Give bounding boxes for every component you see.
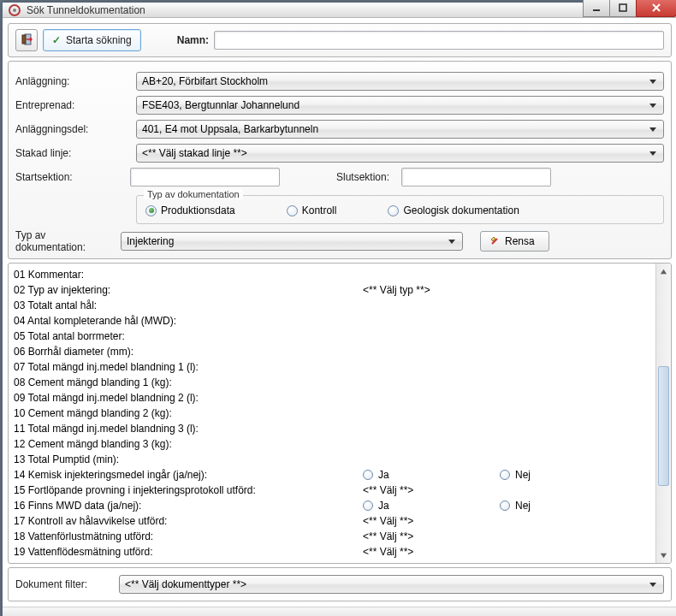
- option-nej-label: Nej: [515, 500, 531, 512]
- list-row: 16 Finns MWD data (ja/nej):JaNej: [14, 498, 650, 513]
- typ-dok-select[interactable]: Injektering: [121, 232, 463, 251]
- list-row-placeholder[interactable]: <** Välj **>: [363, 530, 413, 542]
- stakad-linje-select[interactable]: <** Välj stakad linje **>: [136, 144, 664, 163]
- radio-icon[interactable]: [363, 470, 373, 480]
- window-root: Sök Tunneldokumentation ✓ Starta sökning: [2, 2, 676, 616]
- list-row: 13 Total Pumptid (min):: [14, 452, 650, 467]
- scroll-thumb[interactable]: [658, 366, 669, 486]
- stakad-linje-label: Stakad linje:: [15, 147, 131, 159]
- list-row-col3: Nej: [500, 469, 620, 481]
- list-row-col2: <** Välj **>: [363, 530, 500, 542]
- list-row-label: 16 Finns MWD data (ja/nej):: [14, 500, 363, 512]
- scrollbar[interactable]: [655, 264, 671, 563]
- radio-geologisk-label: Geologisk dokumentation: [403, 204, 519, 216]
- exit-button[interactable]: [15, 29, 38, 51]
- list-row: 09 Total mängd inj.medel blandning 2 (l)…: [14, 390, 650, 406]
- list-row-label: 15 Fortlöpande provning i injekteringspr…: [14, 484, 363, 496]
- app-icon: [8, 3, 21, 17]
- list-row-label: 06 Borrhål diameter (mm):: [14, 346, 363, 358]
- dokument-filter-label: Dokument filter:: [15, 578, 114, 590]
- svg-rect-3: [620, 4, 626, 11]
- startsektion-label: Startsektion:: [15, 171, 125, 183]
- list-row-label: 05 Total antal borrmeter:: [14, 330, 363, 342]
- typ-dok-value: Injektering: [127, 235, 174, 247]
- option-ja-label: Ja: [378, 500, 389, 512]
- list-row: 04 Antal kompleterande hål (MWD):: [14, 313, 650, 329]
- list-row-label: 12 Cement mängd blanding 3 (kg):: [14, 438, 363, 450]
- list-row-placeholder[interactable]: <** Välj **>: [363, 515, 413, 527]
- list-row-label: 03 Totalt antal hål:: [14, 299, 363, 311]
- list-row: 07 Total mängd inj.medel blandning 1 (l)…: [14, 359, 650, 375]
- radio-produktionsdata[interactable]: Produktionsdata: [145, 204, 235, 216]
- list-row-placeholder[interactable]: <** Välj **>: [363, 484, 413, 496]
- radio-icon[interactable]: [363, 500, 373, 511]
- name-input[interactable]: [214, 31, 664, 50]
- toolbar-panel: ✓ Starta sökning Namn:: [8, 23, 672, 57]
- rensa-label: Rensa: [505, 235, 535, 247]
- list-row: 12 Cement mängd blanding 3 (kg):: [14, 436, 650, 452]
- dokument-filter-value: <** Välj dokumenttyper **>: [125, 578, 246, 590]
- list-row-col2: <** Välj **>: [363, 515, 500, 527]
- svg-rect-2: [593, 9, 600, 11]
- window-title: Sök Tunneldokumentation: [27, 4, 584, 16]
- list-row-label: 18 Vattenförlustmätning utförd:: [14, 530, 363, 542]
- list-row: 03 Totalt antal hål:: [14, 298, 650, 313]
- name-label: Namn:: [177, 34, 209, 46]
- slutsektion-label: Slutsektion:: [336, 171, 389, 183]
- list-row: 14 Kemisk injekteringsmedel ingår (ja/ne…: [14, 467, 650, 483]
- dokument-filter-select[interactable]: <** Välj dokumenttyper **>: [119, 575, 664, 594]
- list-row-label: 10 Cement mängd blanding 2 (kg):: [14, 407, 363, 419]
- list-row-label: 11 Total mängd inj.medel blandning 3 (l)…: [14, 423, 363, 435]
- parameter-list: 01 Kommentar:02 Typ av injektering:<** V…: [8, 263, 672, 564]
- rensa-button[interactable]: Rensa: [480, 231, 549, 252]
- filters-panel: Anläggning: AB+20, Förbifart Stockholm E…: [8, 61, 672, 259]
- list-row-placeholder[interactable]: <** Välj **>: [363, 546, 413, 558]
- anlaggning-select[interactable]: AB+20, Förbifart Stockholm: [136, 72, 664, 91]
- titlebar: Sök Tunneldokumentation: [3, 3, 676, 18]
- stakad-linje-value: <** Välj stakad linje **>: [142, 147, 247, 159]
- list-row: 19 Vattenflödesmätning utförd:<** Välj *…: [14, 544, 650, 560]
- list-row: 06 Borrhål diameter (mm):: [14, 344, 650, 359]
- radio-dot-icon: [287, 205, 298, 216]
- typ-dok-label: Typ av dokumentation:: [15, 229, 116, 253]
- entreprenad-value: FSE403, Bergtunnlar Johannelund: [142, 99, 299, 111]
- list-row-label: 08 Cement mängd blanding 1 (kg):: [14, 376, 363, 388]
- list-row: 02 Typ av injektering:<** Välj typ **>: [14, 282, 650, 298]
- doktype-legend: Typ av dokumentation: [144, 189, 243, 199]
- scroll-down-button[interactable]: [656, 548, 671, 563]
- radio-kontroll-label: Kontroll: [302, 204, 337, 216]
- radio-prod-label: Produktionsdata: [161, 204, 235, 216]
- list-row: 08 Cement mängd blanding 1 (kg):: [14, 375, 650, 390]
- list-row-label: 02 Typ av injektering:: [14, 284, 363, 296]
- radio-geologisk[interactable]: Geologisk dokumentation: [388, 204, 519, 216]
- list-row-col2: <** Välj **>: [363, 484, 500, 496]
- startsektion-input[interactable]: [130, 168, 280, 187]
- list-row: 18 Vattenförlustmätning utförd:<** Välj …: [14, 529, 650, 544]
- anlaggningsdel-select[interactable]: 401, E4 mot Uppsala, Barkarbytunneln: [136, 120, 664, 139]
- radio-dot-icon: [388, 205, 399, 216]
- list-row: 17 Kontroll av hålavvikelse utförd:<** V…: [14, 513, 650, 529]
- entreprenad-select[interactable]: FSE403, Bergtunnlar Johannelund: [136, 96, 664, 115]
- radio-icon[interactable]: [500, 500, 510, 511]
- close-button[interactable]: [636, 0, 676, 17]
- clear-icon: [489, 236, 500, 246]
- list-row-label: 14 Kemisk injekteringsmedel ingår (ja/ne…: [14, 469, 363, 481]
- anlaggning-label: Anläggning:: [15, 75, 131, 87]
- slutsektion-input[interactable]: [401, 168, 551, 187]
- maximize-button[interactable]: [609, 0, 637, 17]
- start-search-button[interactable]: ✓ Starta sökning: [43, 29, 141, 51]
- list-row-label: 04 Antal kompleterande hål (MWD):: [14, 315, 363, 327]
- radio-icon[interactable]: [500, 470, 510, 480]
- anlaggning-value: AB+20, Förbifart Stockholm: [142, 75, 268, 87]
- list-row-placeholder[interactable]: <** Välj typ **>: [363, 284, 430, 296]
- scroll-up-button[interactable]: [656, 264, 671, 279]
- list-row-label: 01 Kommentar:: [14, 269, 363, 281]
- statusbar: [3, 607, 676, 616]
- content-area: ✓ Starta sökning Namn: Anläggning: AB+20…: [3, 18, 676, 607]
- list-row-col3: Nej: [500, 500, 620, 512]
- list-row-label: 17 Kontroll av hålavvikelse utförd:: [14, 515, 363, 527]
- check-icon: ✓: [52, 34, 61, 46]
- radio-kontroll[interactable]: Kontroll: [287, 204, 337, 216]
- list-row-col2: Ja: [363, 500, 500, 512]
- minimize-button[interactable]: [583, 0, 610, 17]
